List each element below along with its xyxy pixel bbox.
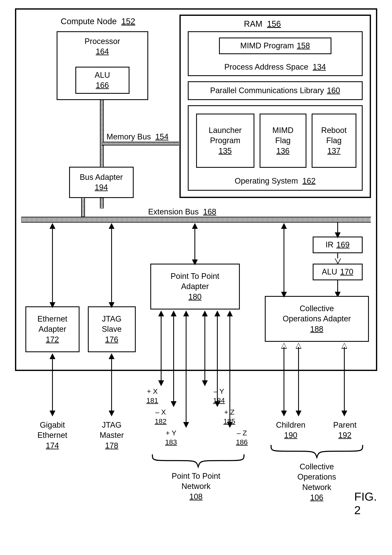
nx-label: – X	[150, 408, 171, 417]
jtagm-line1: JTAG	[93, 420, 130, 430]
memory-bus	[102, 142, 179, 146]
arrow-ir-alu-inner	[335, 258, 340, 263]
line-par	[344, 347, 345, 414]
extension-bus	[21, 217, 371, 223]
arr-jtagm-down	[109, 411, 114, 416]
ny-labelrow: – Y 184	[209, 387, 229, 405]
arrow-bus-ir	[335, 232, 341, 238]
reboot-flag-box: Reboot Flag 137	[312, 114, 356, 168]
line-nx	[173, 315, 174, 404]
diagram-root: Compute Node 152 Processor 164 ALU 166 R…	[9, 8, 384, 546]
ny-ref: 184	[209, 396, 229, 405]
os-row: Operating System 162	[235, 176, 316, 186]
gigabit-row: Gigabit Ethernet 174	[34, 420, 71, 451]
line-ch1	[284, 347, 284, 414]
alu2-box: ALU 170	[313, 264, 363, 280]
p2pnet-ref: 108	[159, 492, 234, 502]
alu-ref: 166	[96, 80, 109, 90]
arr-ny-down	[202, 380, 208, 386]
nz-ref: 186	[231, 438, 252, 447]
launcher-word2: Program	[210, 135, 241, 146]
nz-label: – Z	[231, 428, 252, 438]
ram-ref: 156	[267, 19, 281, 28]
collnet-row: Collective Operations Network 106	[281, 462, 352, 503]
bus-adapter-ref: 194	[95, 182, 108, 193]
eth-line2: Adapter	[38, 324, 66, 334]
line-geth	[52, 358, 53, 414]
ny-label: – Y	[209, 387, 229, 396]
processor-ref: 164	[96, 46, 109, 57]
rebootflag-word2: Flag	[326, 135, 342, 146]
jtag-slave-ref: 176	[105, 335, 118, 345]
children-ref: 190	[270, 430, 312, 440]
p2p-line2: Adapter	[181, 281, 209, 292]
figure-label: FIG. 2	[354, 490, 384, 517]
rebootflag-ref: 137	[327, 146, 340, 156]
processor-label: Processor	[85, 36, 120, 46]
pas-label: Process Address Space	[224, 63, 308, 71]
collnet-ref: 106	[281, 492, 352, 503]
rebootflag-word1: Reboot	[321, 125, 347, 135]
launcher-ref: 135	[219, 146, 232, 156]
mimd-program-ref: 158	[297, 41, 310, 51]
arr-py-down	[183, 422, 189, 428]
compute-node-title: Compute Node 152	[61, 17, 135, 26]
ir-box: IR 169	[313, 237, 363, 253]
p2pnet-line2: Network	[159, 481, 234, 491]
line-ny	[204, 315, 205, 383]
ir-label: IR	[326, 240, 334, 250]
arr-p2p-down	[192, 259, 198, 265]
collnet-line1: Collective	[281, 462, 352, 472]
launcher-program-box: Launcher Program 135	[196, 114, 254, 168]
pz-labelrow: + Z 185	[219, 408, 240, 426]
line-coll-left	[284, 227, 284, 296]
memory-bus-label: Memory Bus	[107, 132, 151, 141]
jtag-slave-line1: JTAG	[102, 314, 121, 324]
arr-ch1-down	[281, 411, 287, 416]
nx-ref: 182	[150, 417, 171, 426]
arr-nx-down	[171, 401, 177, 407]
geth-line2: Ethernet	[34, 430, 71, 440]
jtagm-line2: Master	[93, 430, 130, 440]
arr-eth-down	[50, 302, 55, 308]
mimdflag-word1: MIMD	[272, 125, 293, 135]
eth-line1: Ethernet	[37, 314, 67, 324]
parallel-comm-lib-box: Parallel Communications Library 160	[188, 81, 363, 100]
ethernet-adapter-box: Ethernet Adapter 172	[25, 306, 79, 352]
coll-ref: 188	[310, 324, 323, 334]
children-label: Children	[270, 420, 312, 430]
coll-line1: Collective	[299, 303, 334, 314]
line-eth	[52, 227, 53, 306]
pcl-label: Parallel Communications Library	[210, 85, 324, 96]
alu2-ref: 170	[340, 267, 353, 277]
parent-ref: 192	[327, 430, 363, 440]
memory-bus-ref: 154	[155, 132, 168, 141]
p2pnet-line1: Point To Point	[159, 471, 234, 481]
ext-bus-ref: 168	[203, 207, 216, 216]
geth-ref: 174	[34, 441, 71, 451]
extension-bus-labelrow: Extension Bus 168	[148, 207, 216, 217]
launcher-word1: Launcher	[209, 125, 242, 135]
os-ref: 162	[302, 176, 315, 185]
collnet-brace	[269, 443, 365, 460]
geth-line1: Gigabit	[34, 420, 71, 430]
line-jtag	[111, 227, 112, 306]
line-px	[161, 315, 162, 383]
children-row: Children 190	[270, 420, 312, 441]
p2p-ref: 180	[188, 292, 201, 302]
ext-bus-label: Extension Bus	[148, 207, 199, 216]
alu2-label: ALU	[322, 267, 337, 277]
jtag-slave-line2: Slave	[102, 324, 121, 334]
pas-row: Process Address Space 134	[224, 62, 326, 72]
jtag-master-row: JTAG Master 178	[93, 420, 130, 451]
nx-labelrow: – X 182	[150, 408, 171, 426]
nz-labelrow: – Z 186	[231, 428, 252, 447]
mimd-program-box: MIMD Program 158	[219, 37, 331, 54]
coll-ops-adapter-box: Collective Operations Adapter 188	[265, 296, 369, 342]
jtagm-ref: 178	[93, 441, 130, 451]
pcl-ref: 160	[327, 85, 340, 96]
parent-row: Parent 192	[327, 420, 363, 441]
coll-line2: Operations Adapter	[283, 314, 351, 324]
arr-ch2-down	[296, 411, 301, 416]
bus-adapter-label: Bus Adapter	[80, 172, 123, 182]
